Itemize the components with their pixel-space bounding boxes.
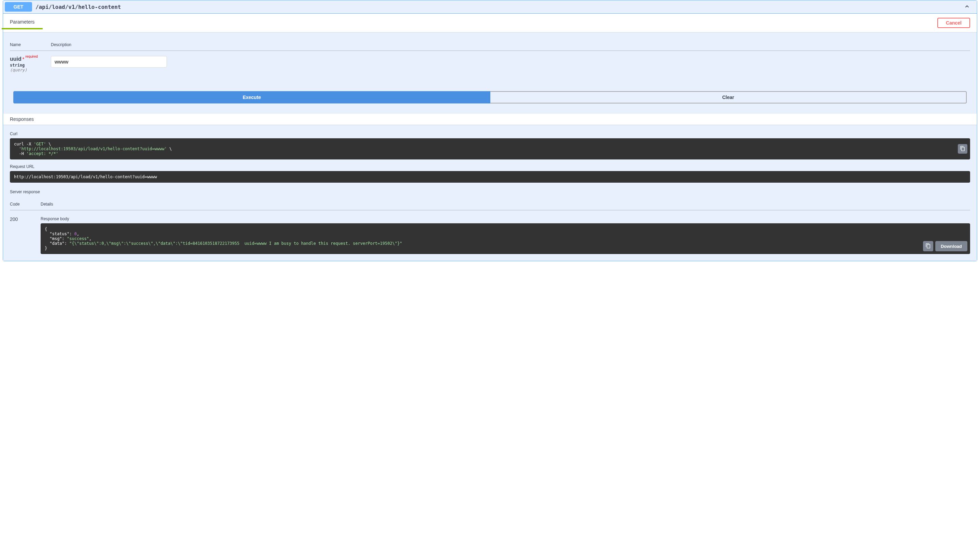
request-url-label: Request URL (10, 164, 970, 171)
response-row: 200 Response body { "status": 0, "msg": … (10, 210, 970, 254)
curl-method: 'GET' (34, 142, 46, 147)
curl-block: curl -X 'GET' \ 'http://localhost:19503/… (10, 138, 970, 159)
parameters-header: Parameters Cancel (3, 14, 977, 32)
parameters-container: Name Description uuid*required string (q… (3, 32, 977, 84)
table-row: uuid*required string (query) (10, 51, 970, 78)
execute-button[interactable]: Execute (13, 91, 490, 104)
json-k1: "status" (49, 231, 69, 236)
curl-url: 'http://localhost:19503/api/load/v1/hell… (19, 147, 167, 151)
response-body-label: Response body (41, 217, 970, 221)
json-k2: "msg" (49, 236, 62, 241)
endpoint-path: /api/load/v1/hello-content (32, 4, 959, 10)
responses-inner: Curl curl -X 'GET' \ 'http://localhost:1… (3, 124, 977, 261)
curl-opt: -X (24, 142, 34, 147)
response-table: Code Details 200 Response body { "status… (10, 199, 970, 254)
json-v1: 0 (75, 231, 77, 236)
col-code: Code (10, 199, 41, 210)
response-body-block: { "status": 0, "msg": "success", "data":… (41, 223, 970, 254)
required-star: * (22, 56, 25, 62)
curl-indent (14, 147, 19, 151)
copy-curl-button[interactable] (958, 144, 967, 154)
col-details: Details (41, 199, 970, 210)
responses-title: Responses (10, 116, 970, 122)
server-response-label: Server response (10, 187, 970, 199)
curl-header: 'accept: */*' (26, 151, 58, 156)
chevron-up-icon (964, 5, 970, 11)
http-method-badge: GET (5, 2, 32, 11)
response-actions: Download (923, 241, 967, 251)
col-name: Name (10, 39, 51, 51)
param-in: (query) (10, 68, 51, 72)
copy-response-button[interactable] (923, 241, 933, 251)
clipboard-icon (960, 146, 965, 152)
curl-cont2: \ (167, 147, 172, 151)
request-url-block: http://localhost:19503/api/load/v1/hello… (10, 171, 970, 183)
uuid-input[interactable] (51, 56, 167, 68)
json-v2: "success" (67, 236, 89, 241)
operation-block: GET /api/load/v1/hello-content Parameter… (3, 0, 977, 261)
parameters-tab[interactable]: Parameters (2, 16, 43, 29)
col-description: Description (51, 39, 970, 51)
curl-cmd: curl (14, 142, 24, 147)
param-name: uuid (10, 56, 22, 62)
operation-summary[interactable]: GET /api/load/v1/hello-content (3, 0, 977, 14)
responses-header: Responses (3, 114, 977, 124)
collapse-toggle[interactable] (959, 3, 975, 11)
required-label: required (25, 55, 38, 58)
response-code: 200 (10, 210, 41, 254)
cancel-button[interactable]: Cancel (937, 18, 970, 28)
clipboard-icon (925, 243, 931, 250)
json-open: { (45, 227, 47, 231)
curl-label: Curl (10, 131, 970, 138)
parameters-table: Name Description uuid*required string (q… (10, 39, 970, 78)
curl-cont: \ (46, 142, 51, 147)
curl-header-flag: -H (14, 151, 26, 156)
request-url-text: http://localhost:19503/api/load/v1/hello… (14, 174, 157, 179)
json-v3: "{\"status\":0,\"msg\":\"success\",\"dat… (69, 241, 402, 246)
execute-wrapper: Execute Clear (3, 84, 977, 114)
operation-body: Parameters Cancel Name Description uuid*… (3, 14, 977, 261)
json-k3: "data" (49, 241, 64, 246)
json-close: } (45, 246, 47, 250)
clear-button[interactable]: Clear (490, 91, 967, 104)
param-type: string (10, 62, 51, 68)
download-button[interactable]: Download (935, 241, 967, 251)
